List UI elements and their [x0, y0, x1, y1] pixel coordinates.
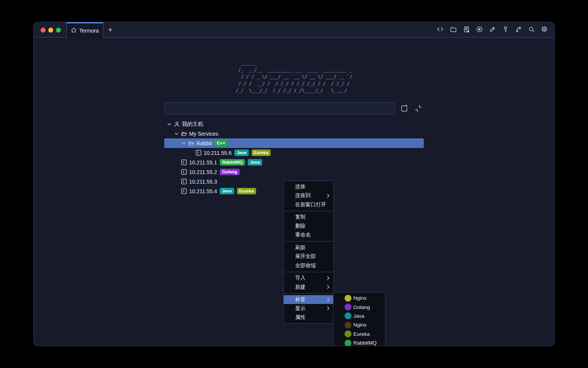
toolbar-code-button[interactable]: [436, 25, 445, 34]
toolbar-key-button[interactable]: [501, 25, 510, 34]
terminal-icon: [181, 159, 187, 166]
tag-color-dot: [345, 322, 351, 329]
menu-item-label: 连接到: [295, 192, 311, 199]
tab-title: Termora: [79, 28, 99, 34]
menu-item-label: 刷新: [295, 244, 305, 251]
menu-separator: [284, 272, 333, 272]
tree-item-rabbit[interactable]: RabbitC++: [164, 138, 424, 148]
menu-item-properties[interactable]: 属性: [284, 313, 333, 322]
menu-item-label: 在新窗口打开: [295, 201, 326, 208]
menu-item-new[interactable]: 新建: [284, 283, 333, 292]
submenu-item-label: Nginx: [353, 322, 367, 328]
tag-badge: C++: [214, 140, 227, 146]
folder-open-icon: [181, 131, 187, 137]
menu-separator: [284, 241, 333, 242]
tree-item-label: 10.211.55.6: [204, 150, 232, 156]
submenu-item-label: RabbitMQ: [353, 340, 377, 346]
menu-item-connect[interactable]: 连接: [284, 182, 333, 191]
search-icon: [528, 26, 535, 34]
submenu-arrow-icon: [327, 194, 330, 198]
submenu-item-tag-eureka[interactable]: Eureka: [333, 330, 385, 338]
context-menu: 连接连接到在新窗口打开复制删除重命名刷新展开全部全部收缩导入新建标签显示属性: [283, 181, 334, 324]
menu-item-label: 显示: [295, 305, 305, 312]
submenu-item-tag-nginx-2[interactable]: Nginx: [333, 320, 385, 329]
add-host-button[interactable]: [399, 104, 409, 113]
tree-item-label: 10.211.55.1: [189, 159, 217, 166]
close-window-button[interactable]: [41, 28, 46, 33]
terminal-icon: [181, 169, 187, 175]
folder-open-icon: [188, 140, 194, 146]
zoom-window-button[interactable]: [56, 28, 61, 33]
submenu-item-tag-java[interactable]: Java: [333, 312, 385, 320]
menu-separator: [284, 293, 333, 294]
menu-item-refresh[interactable]: 刷新: [284, 243, 333, 252]
code-icon: [437, 26, 444, 34]
chevron-down-icon[interactable]: [181, 141, 186, 146]
edit-icon: [489, 26, 496, 34]
toolbar-search-button[interactable]: [527, 25, 536, 34]
menu-item-tags[interactable]: 标签: [284, 295, 333, 304]
tree-item-host-10-211-55-2[interactable]: 10.211.55.2Golang: [164, 167, 424, 177]
tree-item-my-hosts[interactable]: 我的主机: [164, 119, 424, 129]
tag-badge: Java: [248, 159, 262, 166]
tag-badge: Eureka: [237, 188, 256, 194]
collapse-all-button[interactable]: [413, 104, 423, 113]
toolbar-folder-button[interactable]: [449, 25, 458, 34]
menu-item-connect-to[interactable]: 连接到: [284, 191, 333, 200]
search-row: [165, 102, 423, 114]
user-icon: [174, 121, 180, 127]
menu-item-label: 标签: [295, 296, 305, 303]
record-icon: [476, 26, 483, 34]
terminal-icon: [196, 150, 202, 156]
menu-item-expand-all[interactable]: 展开全部: [284, 252, 333, 261]
submenu-arrow-icon: [327, 276, 330, 280]
toolbar-edit-button[interactable]: [488, 25, 497, 34]
menu-item-label: 复制: [295, 214, 305, 220]
toolbar-log-button[interactable]: [462, 25, 471, 34]
menu-item-import[interactable]: 导入: [284, 274, 333, 283]
tree-item-host-10-211-55-1[interactable]: 10.211.55.1RabbitMQJava: [164, 158, 424, 167]
log-icon: [463, 26, 470, 34]
search-input[interactable]: [165, 102, 395, 114]
toolbar: [436, 22, 554, 38]
menu-item-open-in-new-window[interactable]: 在新窗口打开: [284, 200, 333, 209]
minimize-window-button[interactable]: [48, 28, 53, 33]
menu-item-label: 删除: [295, 223, 305, 230]
chevron-down-icon[interactable]: [167, 122, 172, 127]
terminal-icon: [181, 188, 187, 194]
home-icon: [71, 27, 77, 34]
menu-item-collapse-all[interactable]: 全部收缩: [284, 261, 333, 270]
submenu-item-tag-rabbitmq[interactable]: RabbitMQ: [333, 338, 385, 346]
submenu-item-tag-golang[interactable]: Golang: [333, 302, 385, 311]
tab-termora[interactable]: Termora: [66, 22, 103, 38]
menu-item-label: 属性: [295, 314, 305, 321]
menu-item-label: 全部收缩: [295, 262, 316, 269]
menu-item-label: 展开全部: [295, 253, 316, 260]
tag-color-dot: [345, 340, 351, 346]
toolbar-branch-button[interactable]: [514, 25, 523, 34]
submenu-item-tag-nginx-1[interactable]: Nginx: [333, 294, 385, 302]
terminal-icon: [181, 179, 187, 185]
tree-item-host-10-211-55-6[interactable]: 10.211.55.6JavaEureka: [164, 148, 424, 158]
new-tab-button[interactable]: +: [103, 22, 117, 38]
settings-icon: [541, 26, 548, 34]
title-bar: Termora +: [34, 22, 554, 38]
submenu-item-label: Java: [353, 313, 364, 319]
chevron-down-icon[interactable]: [174, 131, 179, 136]
menu-item-rename[interactable]: 重命名: [284, 231, 333, 240]
tag-color-dot: [345, 330, 351, 337]
menu-item-copy[interactable]: 复制: [284, 213, 333, 222]
tree-item-label: 10.211.55.2: [189, 169, 217, 175]
tree-item-my-services[interactable]: My Services: [164, 129, 424, 138]
key-icon: [502, 26, 509, 34]
menu-item-delete[interactable]: 删除: [284, 222, 333, 231]
tree-item-label: Rabbit: [196, 140, 212, 146]
menu-item-show[interactable]: 显示: [284, 304, 333, 313]
toolbar-settings-button[interactable]: [540, 25, 549, 34]
submenu-item-label: Nginx: [353, 295, 367, 301]
traffic-lights: [34, 22, 66, 38]
tree-item-label: 10.211.55.3: [189, 179, 217, 185]
toolbar-record-button[interactable]: [475, 25, 484, 34]
main-content: ______ /_ __/__ _________ ___ ____ _____…: [34, 59, 554, 346]
submenu-arrow-icon: [327, 285, 330, 289]
